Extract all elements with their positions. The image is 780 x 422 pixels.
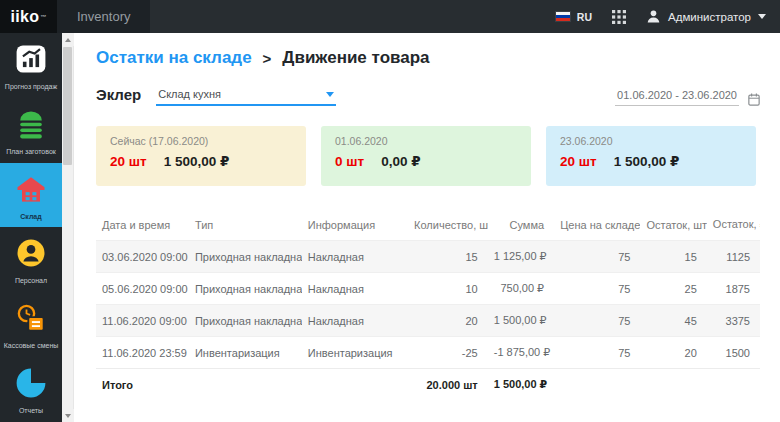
language-code: RU (577, 11, 592, 23)
card-title: Сейчас (17.06.2020) (110, 135, 292, 147)
column-header-balance-qty: Остаток, шт (640, 210, 706, 241)
card-quantity: 20 шт (110, 154, 147, 169)
arrow-up-icon (65, 38, 71, 42)
date-range-picker[interactable]: 01.06.2020 - 23.06.2020 (615, 89, 760, 106)
table-row[interactable]: 11.06.2020 23:59 Инвентаризация Инвентар… (96, 337, 760, 369)
card-title: 23.06.2020 (560, 135, 742, 147)
topbar: iiko™ Inventory RU (0, 0, 780, 33)
cell-sum: 1 500,00 ₽ (488, 305, 554, 337)
card-quantity: 20 шт (560, 154, 597, 169)
iiko-logo: iiko™ (0, 0, 57, 33)
user-icon (646, 9, 661, 24)
cell-type: Приходная накладная (189, 241, 302, 273)
cell-quantity: 15 (408, 241, 488, 273)
cell-datetime: 05.06.2020 09:00 (96, 273, 189, 305)
tab-inventory[interactable]: Inventory (57, 0, 150, 33)
breadcrumb: Остатки на складе > Движение товара (96, 48, 760, 68)
chevron-down-icon (326, 92, 334, 97)
store-select[interactable]: Склад кухня (156, 88, 336, 106)
column-header-info: Информация (302, 210, 408, 241)
sidebar-item-sales-forecast[interactable]: Прогноз продаж (0, 33, 62, 98)
card-title: 01.06.2020 (335, 135, 517, 147)
movements-table: Дата и время Тип Информация Количество, … (96, 210, 760, 400)
card-quantity: 0 шт (335, 154, 364, 169)
product-name: Эклер (96, 86, 141, 106)
breadcrumb-link-stock-balance[interactable]: Остатки на складе (96, 48, 252, 68)
sidebar: Прогноз продаж План заготовок (0, 33, 62, 422)
cell-balance-rub: 1500 (707, 337, 760, 369)
scrollbar-thumb[interactable] (63, 47, 72, 165)
chevron-down-icon (758, 14, 766, 19)
filter-row: Эклер Склад кухня 01.06.2020 - 23.06.202… (96, 86, 760, 106)
cell-sum: 750,00 ₽ (488, 273, 554, 305)
sidebar-item-prep-plan[interactable]: План заготовок (0, 98, 62, 163)
cell-sum: -1 875,00 ₽ (488, 337, 554, 369)
table-row[interactable]: 11.06.2020 09:00 Приходная накладная Нак… (96, 305, 760, 337)
sales-forecast-icon (12, 40, 50, 78)
scroll-down-button[interactable] (62, 409, 74, 422)
prep-plan-icon (12, 105, 50, 143)
cell-balance-qty: 15 (640, 241, 706, 273)
cell-quantity: 10 (408, 273, 488, 305)
cell-type: Приходная накладная (189, 305, 302, 337)
cell-store-price: 75 (554, 337, 640, 369)
column-header-type: Тип (189, 210, 302, 241)
summary-cards: Сейчас (17.06.2020) 20 шт 1 500,00 ₽ 01.… (96, 126, 760, 186)
language-switcher[interactable]: RU (555, 11, 592, 23)
card-period-end: 23.06.2020 20 шт 1 500,00 ₽ (546, 126, 756, 186)
sidebar-item-label: Персонал (13, 277, 49, 285)
topbar-right: RU Администратор (555, 0, 780, 33)
table-total-row: Итого 20.000 шт 1 500,00 ₽ (96, 369, 760, 401)
page-title: Движение товара (282, 48, 429, 68)
user-menu[interactable]: Администратор (646, 9, 766, 24)
card-sum: 1 500,00 ₽ (614, 153, 680, 169)
reports-icon (12, 364, 50, 402)
sidebar-item-warehouse[interactable]: Склад (0, 163, 62, 228)
sidebar-item-staff[interactable]: Персонал (0, 227, 62, 292)
cell-balance-rub: 1875 (707, 273, 760, 305)
cell-type: Приходная накладная (189, 273, 302, 305)
cell-balance-qty: 20 (640, 337, 706, 369)
inventory-app: iiko™ Inventory RU (0, 0, 780, 422)
sidebar-item-label: Кассовые смены (2, 342, 61, 350)
russian-flag-icon (555, 11, 571, 22)
total-sum: 1 500,00 ₽ (488, 369, 554, 401)
column-header-store-price: Цена на складе (554, 210, 640, 241)
date-range-value: 01.06.2020 - 23.06.2020 (615, 89, 739, 106)
cell-balance-qty: 25 (640, 273, 706, 305)
total-quantity: 20.000 шт (408, 369, 488, 401)
cell-store-price: 75 (554, 305, 640, 337)
table-row[interactable]: 03.06.2020 09:00 Приходная накладная Нак… (96, 241, 760, 273)
cell-info: Накладная (302, 305, 408, 337)
logo-text: iiko (10, 8, 39, 26)
card-period-start: 01.06.2020 0 шт 0,00 ₽ (321, 126, 531, 186)
column-header-quantity: Количество, шт (408, 210, 488, 241)
main-area: Прогноз продаж План заготовок (0, 33, 780, 422)
cell-type: Инвентаризация (189, 337, 302, 369)
app-name: Inventory (77, 9, 130, 24)
cell-datetime: 03.06.2020 09:00 (96, 241, 189, 273)
cell-info: Накладная (302, 273, 408, 305)
cell-balance-rub: 1125 (707, 241, 760, 273)
cell-balance-rub: 3375 (707, 305, 760, 337)
cell-store-price: 75 (554, 273, 640, 305)
scroll-up-button[interactable] (62, 33, 74, 46)
content-scrollbar[interactable] (62, 33, 74, 422)
sidebar-item-reports[interactable]: Отчеты (0, 357, 62, 422)
cell-quantity: -25 (408, 337, 488, 369)
sidebar-item-label: Склад (18, 213, 43, 221)
content: Остатки на складе > Движение товара Экле… (74, 33, 780, 422)
cell-quantity: 20 (408, 305, 488, 337)
total-label: Итого (96, 369, 189, 401)
apps-grid-icon[interactable] (612, 10, 626, 24)
cell-datetime: 11.06.2020 09:00 (96, 305, 189, 337)
user-name: Администратор (668, 11, 751, 23)
calendar-icon[interactable] (748, 93, 760, 106)
sidebar-item-cash-shifts[interactable]: Кассовые смены (0, 292, 62, 357)
sidebar-item-label: Отчеты (17, 407, 45, 415)
cell-datetime: 11.06.2020 23:59 (96, 337, 189, 369)
sidebar-item-label: Прогноз продаж (3, 83, 59, 91)
card-current: Сейчас (17.06.2020) 20 шт 1 500,00 ₽ (96, 126, 306, 186)
table-row[interactable]: 05.06.2020 09:00 Приходная накладная Нак… (96, 273, 760, 305)
card-sum: 1 500,00 ₽ (164, 153, 230, 169)
